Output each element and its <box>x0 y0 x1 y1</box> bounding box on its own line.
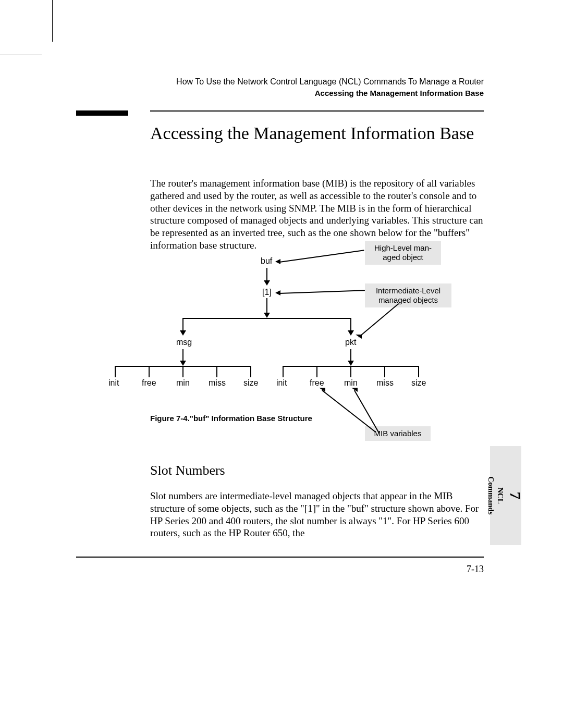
slot-numbers-paragraph: Slot numbers are intermediate-level mana… <box>150 490 484 539</box>
edge <box>350 366 351 377</box>
annotation-high-level-text: High-Level man-aged object <box>374 243 432 262</box>
leaf-init-l: init <box>108 378 119 388</box>
edge <box>316 366 317 377</box>
leaf-miss-l: miss <box>209 378 226 388</box>
header-chapter: How To Use the Network Control Language … <box>176 77 484 87</box>
edge <box>182 366 183 377</box>
callout-line <box>359 303 399 337</box>
arrowhead-icon <box>348 330 354 336</box>
page: How To Use the Network Control Language … <box>0 0 563 728</box>
crop-mark-h <box>0 55 42 55</box>
edge <box>182 318 351 319</box>
arrowhead-icon <box>264 313 270 318</box>
leaf-size-r: size <box>411 378 426 388</box>
arrowhead-icon <box>351 388 358 392</box>
callout-line <box>279 290 365 293</box>
leaf-free-r: free <box>310 378 324 388</box>
page-number: 7-13 <box>467 564 484 575</box>
leaf-size-l: size <box>243 378 258 388</box>
running-header: How To Use the Network Control Language … <box>176 77 484 97</box>
edge <box>283 366 284 377</box>
edge <box>350 318 351 331</box>
edge <box>115 366 116 377</box>
edge <box>149 366 150 377</box>
chapter-label-1: NCL <box>496 476 505 514</box>
leaf-min-l: min <box>176 378 190 388</box>
subheading-slot-numbers: Slot Numbers <box>150 463 225 478</box>
header-section: Accessing the Management Information Bas… <box>176 89 484 97</box>
leaf-free-l: free <box>142 378 156 388</box>
arrowhead-icon <box>180 330 186 336</box>
node-pkt: pkt <box>345 338 356 347</box>
rule-top <box>150 110 484 112</box>
arrowhead-icon <box>348 361 354 366</box>
arrowhead-icon <box>264 280 270 286</box>
annotation-intermediate-text: Intermediate-Levelmanaged objects <box>376 286 440 304</box>
node-buf: buf <box>261 256 272 266</box>
figure-caption: Figure 7-4."buf" Information Base Struct… <box>150 414 312 423</box>
rule-bottom <box>76 557 484 558</box>
callout-line <box>322 390 376 432</box>
edge <box>266 298 267 314</box>
annotation-mib-vars: MIB variables <box>365 426 431 441</box>
arrowhead-icon <box>180 361 186 366</box>
edge <box>350 349 351 362</box>
section-marker-bar <box>76 110 128 116</box>
edge <box>266 268 267 281</box>
edge <box>182 349 183 362</box>
edge <box>418 366 419 377</box>
crop-mark-v <box>52 0 53 42</box>
edge <box>384 366 385 377</box>
chapter-number: 7 <box>506 476 525 514</box>
page-heading: Accessing the Management Information Bas… <box>150 123 484 144</box>
leaf-init-r: init <box>276 378 287 388</box>
chapter-tab: 7 NCL Commands <box>490 446 521 545</box>
chapter-tab-content: 7 NCL Commands <box>486 476 525 514</box>
leaf-miss-r: miss <box>376 378 394 388</box>
arrowhead-icon <box>319 388 325 392</box>
annotation-mib-vars-text: MIB variables <box>374 429 422 438</box>
annotation-intermediate: Intermediate-Levelmanaged objects <box>365 283 451 307</box>
arrowhead-icon <box>275 290 280 295</box>
annotation-high-level: High-Level man-aged object <box>365 241 441 265</box>
chapter-label-2: Commands <box>486 476 496 514</box>
callout-line <box>279 250 364 262</box>
edge <box>216 366 217 377</box>
arrowhead-icon <box>356 335 362 339</box>
edge <box>250 366 251 377</box>
arrowhead-icon <box>275 259 280 264</box>
node-msg: msg <box>176 338 192 347</box>
leaf-min-r: min <box>344 378 358 388</box>
node-slot: [1] <box>262 288 272 297</box>
edge <box>182 318 183 331</box>
